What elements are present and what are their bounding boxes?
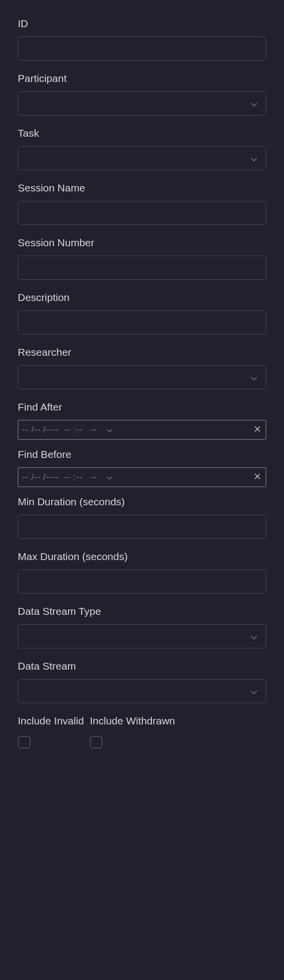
clear-icon[interactable] <box>254 472 261 483</box>
data-stream-select[interactable] <box>18 679 266 703</box>
dt-sep: / <box>29 472 34 483</box>
include-invalid-label: Include Invalid <box>18 715 84 727</box>
dt-min: -- <box>76 425 82 435</box>
session-number-label: Session Number <box>18 237 266 249</box>
chevron-down-icon <box>106 425 113 435</box>
dt-sep: / <box>40 472 46 483</box>
max-duration-input[interactable] <box>18 569 266 594</box>
participant-select[interactable] <box>18 91 266 115</box>
clear-icon[interactable] <box>254 425 261 435</box>
description-input[interactable] <box>18 310 266 335</box>
dt-space <box>82 472 91 483</box>
dt-colon: : <box>71 472 76 483</box>
dt-sep: / <box>29 425 34 435</box>
dt-day: -- <box>22 425 29 435</box>
dt-ampm: -- <box>91 472 97 483</box>
chevron-down-icon <box>250 98 258 110</box>
dt-space <box>82 425 91 435</box>
dt-colon: : <box>71 425 76 435</box>
id-input[interactable] <box>18 37 266 61</box>
find-after-input[interactable]: -- / -- / ---- -- : -- -- <box>18 420 266 440</box>
dt-space <box>59 425 64 435</box>
find-before-label: Find Before <box>18 449 266 460</box>
min-duration-label: Min Duration (seconds) <box>18 496 266 508</box>
task-label: Task <box>18 127 266 139</box>
data-stream-label: Data Stream <box>18 660 266 672</box>
dt-hour: -- <box>64 425 71 435</box>
description-label: Description <box>18 292 266 303</box>
chevron-down-icon <box>250 372 258 383</box>
chevron-down-icon <box>250 152 258 164</box>
max-duration-label: Max Duration (seconds) <box>18 551 266 563</box>
id-label: ID <box>18 18 266 30</box>
dt-year: ---- <box>46 425 59 435</box>
session-number-input[interactable] <box>18 256 266 280</box>
dt-space <box>59 472 64 483</box>
include-invalid-checkbox[interactable] <box>18 736 31 749</box>
session-name-label: Session Name <box>18 182 266 194</box>
participant-label: Participant <box>18 73 266 84</box>
dt-sep: / <box>40 425 46 435</box>
task-select[interactable] <box>18 146 266 170</box>
chevron-down-icon <box>250 685 258 697</box>
dt-hour: -- <box>64 472 71 483</box>
find-after-label: Find After <box>18 401 266 413</box>
chevron-down-icon <box>106 472 113 483</box>
dt-month: -- <box>34 472 40 483</box>
dt-min: -- <box>76 472 82 483</box>
find-before-input[interactable]: -- / -- / ---- -- : -- -- <box>18 467 266 487</box>
dt-ampm: -- <box>91 425 97 435</box>
dt-year: ---- <box>46 472 59 483</box>
data-stream-type-select[interactable] <box>18 624 266 648</box>
dt-month: -- <box>34 425 40 435</box>
researcher-select[interactable] <box>18 365 266 389</box>
dt-day: -- <box>22 472 29 483</box>
session-name-input[interactable] <box>18 201 266 225</box>
include-withdrawn-label: Include Withdrawn <box>90 715 175 727</box>
data-stream-type-label: Data Stream Type <box>18 605 266 617</box>
chevron-down-icon <box>250 631 258 642</box>
include-withdrawn-checkbox[interactable] <box>90 736 103 749</box>
researcher-label: Researcher <box>18 346 266 358</box>
min-duration-input[interactable] <box>18 515 266 539</box>
